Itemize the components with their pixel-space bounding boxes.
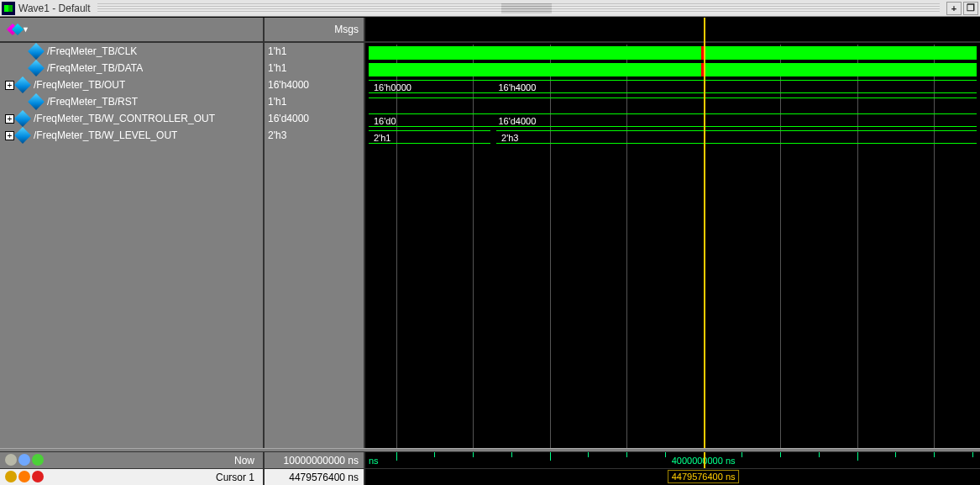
tool-icon[interactable] — [32, 454, 44, 466]
expand-icon[interactable]: + — [5, 81, 14, 90]
signal-diamond-icon — [14, 110, 31, 127]
wave-row-wlevel[interactable]: 2'h1 2'h3 — [369, 129, 977, 145]
signal-row-rst[interactable]: /FreqMeter_TB/RST — [0, 93, 263, 110]
bus-value-label: 16'h4000 — [498, 81, 536, 94]
tool-icon[interactable] — [5, 471, 17, 482]
cursor-row-tools — [5, 471, 44, 482]
bus-value-label: 16'd4000 — [498, 114, 536, 128]
now-row-tools — [5, 454, 44, 466]
signal-row-wcontroller[interactable]: + /FreqMeter_TB/W_CONTROLLER_OUT — [0, 110, 263, 127]
signal-row-wlevel[interactable]: + /FreqMeter_TB/W_LEVEL_OUT — [0, 127, 263, 144]
signal-names-header[interactable]: ▼ — [0, 18, 263, 43]
tool-icon[interactable] — [18, 471, 30, 482]
wave-app-icon — [2, 2, 15, 15]
msgs-header-label: Msgs — [334, 24, 359, 35]
titlebar-decoration — [97, 3, 940, 13]
window-title: Wave1 - Default — [18, 3, 91, 14]
tool-icon[interactable] — [32, 471, 44, 482]
signal-diamond-icon — [14, 127, 31, 144]
tool-icon[interactable] — [18, 454, 30, 466]
titlebar-maximize-button[interactable]: ❐ — [963, 2, 978, 15]
tool-icon[interactable] — [5, 454, 17, 466]
cursor-label: Cursor 1 — [216, 472, 254, 483]
waveform-panel[interactable]: 16'h0000 16'h4000 16'd0 16'd4000 2'h1 — [365, 18, 980, 448]
expand-icon[interactable]: + — [5, 131, 14, 140]
bus-value-label: 16'h0000 — [374, 81, 411, 94]
wave-row-out[interactable]: 16'h0000 16'h4000 — [369, 78, 977, 95]
msgs-panel: Msgs 1'h1 1'h1 16'h4000 1'h1 16'd4000 2'… — [265, 18, 365, 448]
signal-row-clk[interactable]: /FreqMeter_TB/CLK — [0, 43, 263, 60]
now-value-cell: 10000000000 ns — [265, 451, 365, 468]
titlebar-plus-button[interactable]: + — [946, 2, 962, 15]
wave-row-wcontroller[interactable]: 16'd0 16'd4000 — [369, 112, 977, 129]
msgs-value[interactable]: 2'h3 — [265, 127, 364, 144]
msgs-value[interactable]: 1'h1 — [265, 60, 364, 76]
wave-row-clk[interactable] — [369, 45, 977, 61]
cursor-readout[interactable]: 4479576400 ns — [668, 470, 740, 483]
cursor-axis-area[interactable]: 4479576400 ns — [365, 468, 980, 485]
cursor-line[interactable] — [704, 18, 705, 448]
signal-diamond-icon — [28, 60, 45, 76]
bus-value-label: 16'd0 — [374, 114, 396, 128]
signal-diamond-icon — [14, 76, 31, 93]
cursor-value: 4479576400 ns — [289, 472, 359, 483]
signal-row-out[interactable]: + /FreqMeter_TB/OUT — [0, 76, 263, 93]
msgs-value[interactable]: 1'h1 — [265, 93, 364, 110]
cursor-row-label-cell: Cursor 1 — [0, 468, 265, 485]
wave-row-rst[interactable] — [369, 95, 977, 112]
msgs-header: Msgs — [265, 18, 364, 43]
msgs-value[interactable]: 16'd4000 — [265, 110, 364, 127]
expand-icon[interactable]: + — [5, 114, 14, 124]
signal-diamond-icon — [28, 93, 45, 110]
now-label: Now — [234, 455, 254, 467]
signal-row-data[interactable]: /FreqMeter_TB/DATA — [0, 60, 263, 76]
cursor-line[interactable] — [704, 452, 705, 469]
msgs-value[interactable]: 16'h4000 — [265, 76, 364, 93]
now-value: 10000000000 ns — [284, 455, 359, 467]
bus-value-label: 2'h1 — [374, 131, 390, 145]
signal-diamond-icon — [28, 43, 45, 60]
now-row-label-cell: Now — [0, 451, 265, 468]
wave-row-data[interactable] — [369, 61, 977, 78]
bus-value-label: 2'h3 — [501, 131, 518, 145]
window-titlebar: Wave1 - Default + ❐ — [0, 0, 980, 17]
time-axis-area[interactable]: ns 4000000000 ns8000000000 ns — [365, 451, 980, 468]
palette-icon[interactable] — [5, 22, 20, 37]
msgs-value[interactable]: 1'h1 — [265, 43, 364, 60]
signal-names-panel: ▼ /FreqMeter_TB/CLK /FreqMeter_TB/DATA + — [0, 18, 265, 448]
cursor-value-cell: 4479576400 ns — [265, 468, 365, 485]
